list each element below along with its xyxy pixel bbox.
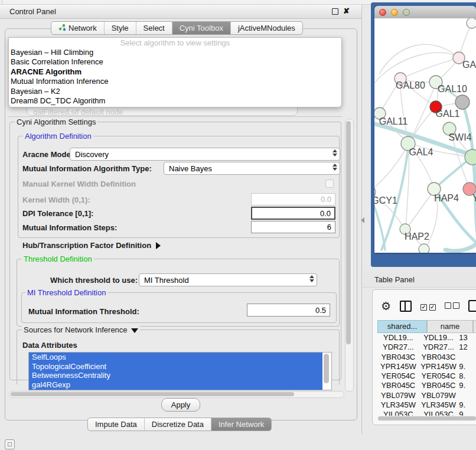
node-top-right[interactable] [467, 18, 476, 28]
algorithm-dropdown-popup: Select algorithm to view settings Bayesi… [8, 37, 342, 107]
table-cell: YBL079W [419, 391, 458, 400]
attribute-list-item[interactable]: gal4RGexp [29, 380, 322, 390]
node-salmon-label: Y [472, 193, 476, 203]
panel-title: Control Panel [9, 7, 56, 16]
node-gcy1-label: GCY1 [374, 195, 397, 206]
algorithm-option[interactable]: Bayesian – Hill Climbing [9, 48, 341, 57]
combo-stepper-icon [332, 149, 337, 156]
node-gray[interactable] [455, 95, 470, 109]
settings-horizontal-scrollbar[interactable] [9, 391, 344, 398]
table-horizontal-scrollbar[interactable] [377, 416, 476, 421]
table-row[interactable]: YDL19...YDL19...13 [377, 333, 476, 343]
column-split-icon[interactable] [400, 301, 412, 312]
settings-scrollpane: Cyni Algorithm Settings Algorithm Defini… [8, 113, 354, 398]
mi-threshold-field[interactable] [247, 304, 330, 317]
zoom-traffic-light-icon[interactable] [403, 9, 410, 16]
close-traffic-light-icon[interactable] [379, 9, 386, 16]
manual-kernel-label: Manual Kernel Width Definition [22, 180, 136, 188]
table-column-header[interactable]: shared... [377, 320, 427, 333]
table-row[interactable]: YBL079WYBL079W [377, 391, 476, 400]
apply-button[interactable]: Apply [161, 398, 200, 412]
table-row[interactable]: YLR345WYLR345W9. [377, 400, 476, 410]
settings-vertical-scrollbar[interactable] [345, 119, 354, 392]
bottom-tab-discretize-data[interactable]: Discretize Data [145, 418, 211, 431]
combo-stepper-icon [309, 275, 314, 282]
attribute-list-item[interactable]: BetweennessCentrality [29, 371, 322, 380]
bottom-tab-infer-network[interactable]: Infer Network [211, 418, 271, 431]
algorithm-option[interactable]: Mutual Information Inference [9, 77, 341, 86]
table-cell: YBL079W [377, 391, 419, 400]
tab-label: Network [69, 24, 97, 32]
attribute-list-item[interactable]: TopologicalCoefficient [29, 362, 322, 371]
gear-icon[interactable]: ⚙ [381, 301, 391, 312]
algorithm-option[interactable]: ARACNE Algorithm [9, 67, 341, 77]
table-row[interactable]: YPR145WYPR145W9. [377, 362, 476, 371]
dpi-tolerance-field[interactable] [251, 207, 335, 220]
group-title-algorithm-definition: Algorithm Definition [23, 132, 93, 141]
sources-group-title: Sources for Network Inference [24, 325, 128, 334]
dock-panel-icon[interactable] [5, 439, 15, 449]
table-cell: YBR045C [419, 381, 458, 390]
table-row[interactable]: YDR27...YDR27...12 [377, 343, 476, 352]
network-icon [58, 24, 66, 33]
table-cell [458, 391, 476, 400]
algorithm-option[interactable]: Basic Correlation Inference [9, 57, 341, 67]
manual-kernel-checkbox[interactable] [325, 180, 334, 188]
network-canvas[interactable]: GALGAL80GAL10GAL1GAL11SWI4GAL4HAP4YGCY1H… [374, 18, 476, 253]
table-cell: YPR145W [377, 362, 419, 371]
table-column-header[interactable]: name [427, 320, 473, 333]
node-swi4-label: SWI4 [448, 132, 471, 142]
float-window-icon[interactable] [332, 8, 338, 15]
mi-steps-field[interactable] [251, 221, 335, 233]
control-panel-tabbar: NetworkStyleSelectCyni ToolboxjActiveMNo… [51, 21, 303, 35]
algorithm-option[interactable]: Dream8 DC_TDC Algorithm [9, 96, 341, 106]
node-hap4-label: HAP4 [434, 193, 459, 203]
table-row[interactable]: YBR043CYBR043C [377, 353, 476, 362]
tab-network[interactable]: Network [51, 22, 105, 34]
table-header-row: shared...name [377, 320, 476, 333]
hub-section-toggle[interactable]: Hub/Transcription Factor Definition [22, 241, 161, 250]
checked-pair-icon[interactable]: ✓ ✓ [420, 302, 436, 311]
table-cell: YPR145W [419, 362, 458, 371]
tab-label: Select [144, 24, 165, 32]
group-title-mi-threshold: MI Threshold Definition [25, 288, 107, 297]
aracne-mode-combo[interactable]: Discovery [70, 148, 340, 161]
tab-jactivemnodules[interactable]: jActiveMNodules [231, 22, 302, 34]
table-cell [458, 353, 476, 362]
control-panel: Control Panel ✘ NetworkStyleSelectCyni T… [0, 5, 362, 434]
sources-group-toggle[interactable]: Sources for Network Inference [22, 325, 140, 334]
table-column-header[interactable] [473, 320, 476, 333]
node-gal1-label: GAL1 [436, 109, 460, 119]
table-cell: 13 [458, 333, 476, 343]
mi-type-combo[interactable]: Naive Bayes [164, 162, 340, 175]
node-gal10-label: GAL10 [438, 84, 467, 94]
attribute-list-item[interactable]: SelfLoops [29, 353, 322, 362]
file-icon[interactable] [468, 300, 476, 312]
group-title-threshold: Threshold Definition [22, 255, 94, 263]
node-bottom[interactable] [419, 244, 429, 253]
table-panel-card: ⚙ ✓ ✓ shared...name YDL19...YDL19...13YD… [372, 289, 476, 425]
close-icon[interactable]: ✘ [343, 6, 350, 15]
tab-select[interactable]: Select [136, 22, 172, 34]
table-cell: 8. [458, 371, 476, 381]
algorithm-option[interactable]: Bayesian – K2 [9, 87, 341, 96]
minimize-traffic-light-icon[interactable] [391, 9, 398, 16]
node-big-green[interactable] [465, 149, 476, 165]
bottom-tab-impute-data[interactable]: Impute Data [88, 418, 145, 431]
tab-cyni-toolbox[interactable]: Cyni Toolbox [172, 22, 231, 34]
table-row[interactable]: YER054CYER054C8. [377, 371, 476, 381]
tab-style[interactable]: Style [105, 22, 136, 34]
split-divider-arrow-icon[interactable] [361, 217, 364, 223]
table-cell: YDL19... [419, 333, 458, 343]
network-window-titlebar[interactable] [374, 6, 476, 19]
table-row[interactable]: YBR045CYBR045C9. [377, 381, 476, 390]
table-cell: YBR043C [377, 353, 419, 362]
tab-label: Impute Data [95, 420, 137, 429]
node-gal4-label: GAL4 [409, 147, 433, 157]
which-threshold-combo[interactable]: MI Threshold [139, 273, 317, 286]
mi-threshold-label: Mutual Information Threshold: [28, 307, 139, 316]
mi-steps-label: Mutual Information Steps: [22, 223, 117, 232]
attribute-list-scrollbar[interactable] [323, 353, 330, 388]
kernel-width-field[interactable] [251, 193, 335, 206]
unchecked-pair-icon[interactable] [445, 302, 460, 311]
